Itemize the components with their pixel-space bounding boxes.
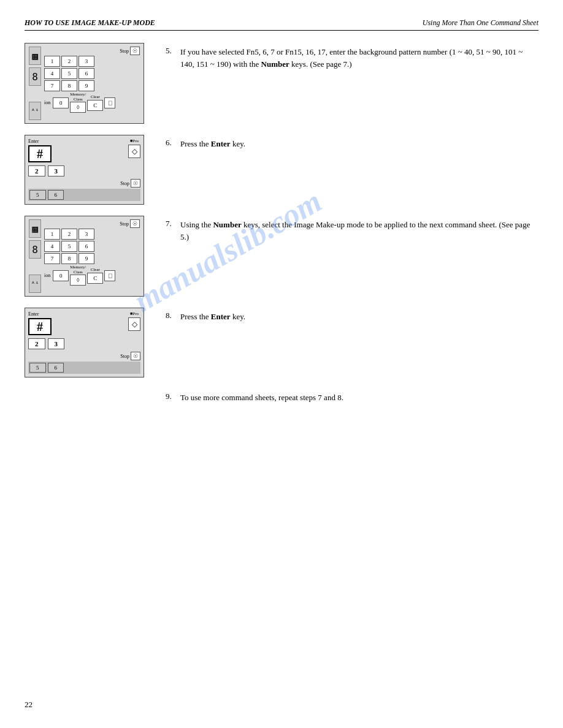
enter-diagram-2: Enter # ■Pro ◇ 2 3 Stop ☉ (25, 308, 144, 377)
page-number: 22 (25, 700, 33, 710)
clear-label: Clear (91, 95, 100, 100)
side-key-seg6: ᴬⁱ (29, 275, 41, 293)
key-6b: 6 (79, 241, 94, 252)
hash-key: # (28, 145, 52, 162)
key-6: 6 (79, 68, 94, 79)
stop-icon-2: ☉ (130, 219, 140, 228)
step-8-bold: Enter (211, 312, 231, 321)
enter-label: Enter (28, 138, 39, 144)
proof-key-3: ◇ (128, 317, 140, 331)
key-2b: 2 (61, 229, 77, 240)
clear-col: Clear C (87, 95, 103, 111)
step-9-content: To use more command sheets, repeat steps… (180, 392, 343, 404)
key-8: 8 (61, 80, 77, 91)
key-7: 7 (44, 80, 60, 91)
step-6-text: 6. Press the Enter key. (166, 135, 538, 150)
step-6-content: Press the Enter key. (180, 138, 245, 150)
key-5: 5 (61, 68, 77, 79)
enter-stop-label: Stop (120, 181, 129, 186)
step-7-row: ▩ 8 ᴬⁱ Stop ☉ 1 2 3 (25, 216, 538, 297)
side-key-seg4: ▩ (29, 219, 41, 238)
key-0: 0 (53, 97, 69, 108)
key-1b: 1 (44, 229, 60, 240)
memory-col: Memory/Class ◊ (70, 93, 86, 113)
side-key-seg5: 8 (29, 240, 41, 259)
page-header: HOW TO USE IMAGE MAKE-UP MODE Using More… (25, 18, 538, 31)
step-5-number: 5. (166, 46, 178, 70)
enter-num-3b: 3 (48, 338, 65, 349)
step-6-number: 6. (166, 138, 178, 150)
step-8-content: Press the Enter key. (180, 311, 245, 323)
step-9-row: 9. To use more command sheets, repeat st… (166, 389, 538, 404)
stop-icon-1: ☉ (130, 47, 140, 55)
numpad-side-keys: ▩ 8 ᴬⁱ (29, 47, 42, 120)
numpad-row-4: 1 2 3 (44, 229, 140, 240)
clear-col-2: Clear C (87, 268, 103, 284)
step-6-bold: Enter (211, 139, 231, 148)
enter-stop-icon-2: ☉ (131, 352, 140, 360)
step-7-text: 7. Using the Number keys, select the Ima… (166, 216, 538, 243)
step-7-content: Using the Number keys, select the Image … (180, 219, 538, 243)
proof-key-2: ⎕ (104, 270, 115, 281)
enter-stop-icon: ☉ (131, 179, 140, 188)
numpad-row-5: 4 5 6 (44, 241, 140, 252)
proof-area-2: ■Pro ◇ (128, 311, 140, 331)
enter-stop-label-2: Stop (120, 354, 129, 359)
content: ▩ 8 ᴬⁱ Stop ☉ (25, 43, 538, 415)
enter-bot-6: 6 (48, 190, 64, 200)
clear-key-2: C (87, 273, 103, 284)
proof-area: ■Pro ◇ (128, 138, 140, 158)
step-7-number: 7. (166, 219, 178, 243)
proof-label: ■Pro (130, 138, 139, 143)
ion-label-2: ion (44, 273, 50, 278)
memory-key: ◊ (70, 102, 86, 113)
step-5-row: ▩ 8 ᴬⁱ Stop ☉ (25, 43, 538, 124)
numpad-diagram-1: ▩ 8 ᴬⁱ Stop ☉ (25, 43, 144, 124)
enter-bot-5: 5 (29, 190, 46, 200)
key-3b: 3 (79, 229, 94, 240)
stop-label-1: Stop (120, 48, 129, 54)
stop-row-1: Stop ☉ (44, 47, 140, 55)
numpad-diagram-2: ▩ 8 ᴬⁱ Stop ☉ 1 2 3 (25, 216, 144, 297)
step-7-diagram: ▩ 8 ᴬⁱ Stop ☉ 1 2 3 (25, 216, 147, 297)
numpad-main-2: Stop ☉ 1 2 3 4 5 6 (44, 219, 140, 293)
numpad-bottom-row-2: ion 0 Memory/Class ◊ Clear C (44, 265, 140, 286)
enter-area: Enter # (28, 138, 52, 162)
step-6-diagram: Enter # ■Pro ◇ 2 3 Stop ☉ (25, 135, 147, 205)
step-8-row: Enter # ■Pro ◇ 2 3 Stop ☉ (25, 308, 538, 377)
enter-top: Enter # ■Pro ◇ (28, 138, 140, 162)
ion-label: ion (44, 100, 50, 105)
numpad-row-2: 4 5 6 (44, 68, 140, 79)
key-5b: 5 (61, 241, 77, 252)
header-right: Using More Than One Command Sheet (423, 18, 538, 28)
step-8-diagram: Enter # ■Pro ◇ 2 3 Stop ☉ (25, 308, 147, 377)
side-key-seg3: ᴬⁱ (29, 102, 41, 120)
step-8-text: 8. Press the Enter key. (166, 308, 538, 323)
step-5-diagram: ▩ 8 ᴬⁱ Stop ☉ (25, 43, 147, 124)
hash-key-2: # (28, 318, 52, 335)
numpad-row-3: 7 8 9 (44, 80, 140, 91)
memory-key-2: ◊ (70, 275, 86, 286)
enter-num-2b: 2 (28, 338, 45, 349)
memory-col-2: Memory/Class ◊ (70, 265, 86, 286)
enter-bottom: 5 6 (28, 189, 140, 201)
stop-row-2: Stop ☉ (44, 219, 140, 228)
key-8b: 8 (61, 253, 77, 264)
side-key-seg2: 8 (29, 67, 41, 86)
clear-key: C (87, 100, 103, 111)
enter-bot-5b: 5 (29, 363, 46, 373)
step-5-text: 5. If you have selected Fn5, 6, 7 or Fn1… (166, 43, 538, 70)
enter-num-row: 2 3 (28, 165, 140, 176)
proof-key-1: ⎕ (104, 97, 115, 108)
key-4: 4 (44, 68, 60, 79)
proof-label-2: ■Pro (130, 311, 139, 316)
step-9-text: 9. To use more command sheets, repeat st… (166, 389, 538, 404)
proof-key: ◇ (128, 145, 140, 158)
enter-num-3: 3 (48, 165, 65, 176)
step-5-content: If you have selected Fn5, 6, 7 or Fn15, … (180, 46, 538, 70)
page: HOW TO USE IMAGE MAKE-UP MODE Using More… (0, 0, 563, 728)
enter-top-2: Enter # ■Pro ◇ (28, 311, 140, 335)
header-left: HOW TO USE IMAGE MAKE-UP MODE (25, 18, 155, 28)
memory-label: Memory/Class (70, 93, 86, 102)
enter-bot-6b: 6 (48, 363, 64, 373)
